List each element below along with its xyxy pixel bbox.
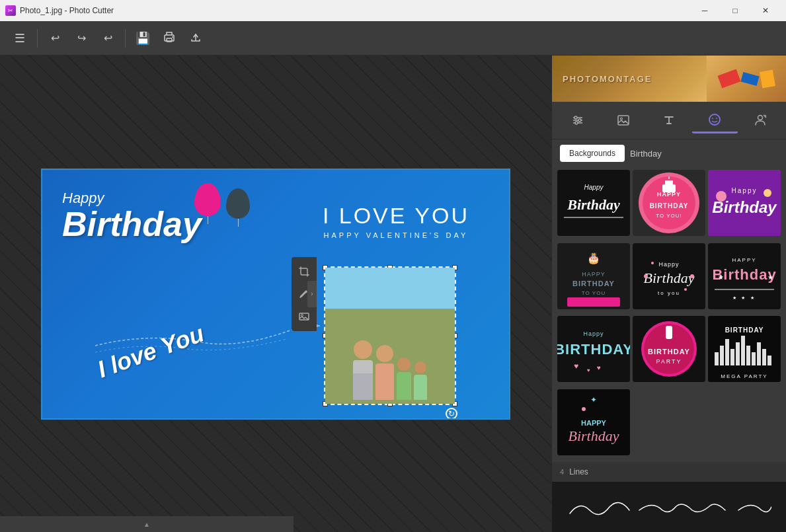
undo-icon: ↩ <box>51 32 59 44</box>
svg-text:♥: ♥ <box>574 361 578 371</box>
card-content: Happy Birthday I LOVE YOU HAPPY VALENTIN… <box>42 170 509 418</box>
panel-header-label: PHOTOMONTAGE <box>563 74 652 84</box>
svg-text:♥: ♥ <box>597 364 601 371</box>
svg-point-16 <box>716 118 717 119</box>
rotation-handle[interactable]: ↻ <box>446 408 457 420</box>
sticker-tool-btn[interactable] <box>692 107 738 133</box>
tab-birthday[interactable]: Birthday <box>630 149 662 159</box>
image-add-tool-button[interactable] <box>295 307 313 326</box>
sticker-item-9[interactable]: BIRTHDAY MEGA PARTY <box>708 316 781 382</box>
valentines-text: HAPPY VALENTINE'S DAY <box>323 231 469 239</box>
canvas-bottom-bar[interactable]: ▲ <box>0 516 294 532</box>
stickers-grid: Happy Birthday HAPPY BIRTHDAY TO YOU! <box>552 167 786 462</box>
svg-text:Birthday: Birthday <box>644 270 695 286</box>
svg-text:TO YOU: TO YOU <box>582 290 606 296</box>
person-tool-btn[interactable] <box>738 107 783 133</box>
svg-point-15 <box>712 118 713 119</box>
undo-button[interactable]: ↩ <box>43 26 67 50</box>
toolbar: ☰ ↩ ↪ ↩ 💾 <box>0 21 786 56</box>
right-panel: PHOTOMONTAGE <box>551 56 786 532</box>
svg-text:MEGA PARTY: MEGA PARTY <box>721 373 767 379</box>
redo-back-button[interactable]: ↩ <box>96 26 120 50</box>
svg-rect-1 <box>167 38 172 42</box>
svg-text:Happy: Happy <box>658 261 679 268</box>
panel-expand-button[interactable]: › <box>307 281 317 307</box>
svg-text:PARTY: PARTY <box>656 358 682 365</box>
image-tool-btn[interactable] <box>600 107 646 133</box>
svg-rect-74 <box>725 339 729 365</box>
svg-text:Birthday: Birthday <box>569 428 619 444</box>
sticker-item-7[interactable]: Happy BIRTHDAY ♥ ♥ ♥ <box>557 316 630 382</box>
svg-text:BIRTHDAY: BIRTHDAY <box>648 348 690 356</box>
toolbar-divider-1 <box>37 29 38 48</box>
filters-tool-btn[interactable] <box>555 107 600 133</box>
svg-text:★: ★ <box>767 274 773 281</box>
redo-forward-icon: ↪ <box>77 32 86 44</box>
redo-forward-button[interactable]: ↪ <box>69 26 93 50</box>
sticker-item-5[interactable]: Happy Birthday to you <box>633 243 705 309</box>
svg-text:★: ★ <box>718 274 724 281</box>
redo-back-icon: ↩ <box>104 32 112 44</box>
close-button[interactable]: ✕ <box>750 0 781 21</box>
svg-text:to you: to you <box>658 290 680 296</box>
print-button[interactable] <box>157 26 181 50</box>
svg-text:BIRTHDAY: BIRTHDAY <box>557 341 630 358</box>
panel-scroll[interactable]: Happy Birthday HAPPY BIRTHDAY TO YOU! <box>552 167 786 532</box>
svg-rect-68 <box>666 326 672 339</box>
sticker-item-1[interactable]: Happy Birthday <box>557 170 630 236</box>
main-layout: © THESOFTWARE.SHOP Happy Birthday <box>0 56 786 532</box>
share-button[interactable] <box>184 26 208 50</box>
svg-rect-73 <box>720 346 724 365</box>
svg-rect-43 <box>567 297 620 307</box>
svg-point-2 <box>172 36 173 38</box>
sticker-item-4[interactable]: 🎂 HAPPY BIRTHDAY TO YOU <box>557 243 630 309</box>
svg-point-87 <box>582 407 586 411</box>
svg-text:🎂: 🎂 <box>587 252 600 264</box>
svg-text:HAPPY: HAPPY <box>582 271 606 278</box>
text-tool-btn[interactable] <box>646 107 691 133</box>
svg-text:Happy: Happy <box>584 184 604 191</box>
section-divider-lines: 4 Lines <box>552 462 786 482</box>
minimize-button[interactable]: ─ <box>689 0 720 21</box>
canvas-image[interactable]: Happy Birthday I LOVE YOU HAPPY VALENTIN… <box>41 169 510 420</box>
svg-rect-80 <box>757 342 761 365</box>
balloon-pink <box>194 183 221 216</box>
sticker-item-3[interactable]: Happy Birthday <box>708 170 781 236</box>
panel-tabs: Backgrounds Birthday <box>552 139 786 167</box>
save-button[interactable]: 💾 <box>131 26 155 50</box>
crop-tool-button[interactable] <box>295 262 313 281</box>
svg-rect-72 <box>715 352 719 365</box>
svg-point-14 <box>709 114 720 125</box>
menu-button[interactable]: ☰ <box>8 26 32 50</box>
photo-selection-box[interactable]: ↻ <box>324 266 456 405</box>
tab-backgrounds[interactable]: Backgrounds <box>560 145 625 162</box>
svg-point-9 <box>574 116 577 119</box>
happy-label: Happy <box>62 190 202 207</box>
svg-point-5 <box>301 314 303 316</box>
sticker-item-6[interactable]: HAPPY Birthday ★ ★ ★ ★ ★ <box>708 243 781 309</box>
title-bar: ✂ Photo_1.jpg - Photo Cutter ─ □ ✕ <box>0 0 786 21</box>
canvas-area[interactable]: © THESOFTWARE.SHOP Happy Birthday <box>0 56 551 532</box>
svg-text:HAPPY: HAPPY <box>581 419 607 427</box>
svg-rect-30 <box>665 180 673 186</box>
sticker-item-2[interactable]: HAPPY BIRTHDAY TO YOU! <box>633 170 705 236</box>
sticker-item-8[interactable]: BIRTHDAY PARTY <box>633 316 705 382</box>
svg-text:♥: ♥ <box>587 367 590 373</box>
svg-point-50 <box>651 262 654 264</box>
maximize-button[interactable]: □ <box>720 0 750 21</box>
svg-point-35 <box>716 191 727 202</box>
svg-rect-82 <box>767 356 771 365</box>
sticker-item-10[interactable]: ✦ HAPPY Birthday <box>557 389 630 455</box>
window-controls[interactable]: ─ □ ✕ <box>689 0 781 21</box>
svg-rect-75 <box>730 349 734 365</box>
menu-icon: ☰ <box>15 31 25 46</box>
svg-text:BIRTHDAY: BIRTHDAY <box>725 326 764 334</box>
print-icon <box>163 30 176 46</box>
svg-point-11 <box>575 122 578 124</box>
svg-rect-76 <box>736 342 740 365</box>
svg-rect-12 <box>618 116 629 125</box>
svg-text:BIRTHDAY: BIRTHDAY <box>650 202 689 209</box>
card-text-right: I LOVE YOU HAPPY VALENTINE'S DAY <box>323 203 469 239</box>
lines-preview-svg <box>567 487 771 527</box>
svg-point-13 <box>620 118 622 120</box>
